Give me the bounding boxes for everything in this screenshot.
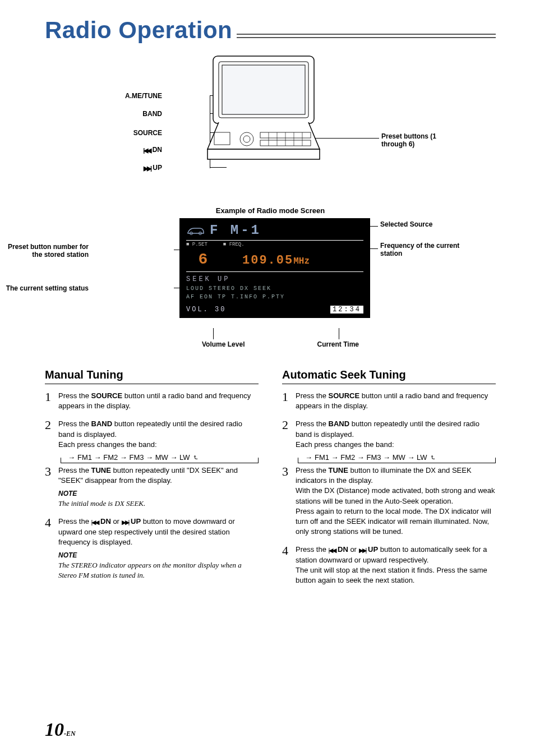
callout-volume: Volume Level (202, 340, 245, 348)
title-rule (237, 34, 496, 38)
label-up: ▶▶| UP (144, 164, 162, 172)
page-title-row: Radio Operation (45, 17, 496, 44)
frequency-value: 109.05 (242, 253, 293, 268)
callout-frequency: Frequency of the current station (380, 242, 481, 257)
prev-track-icon: |◀◀ (329, 546, 336, 555)
status-line-1: LOUD STEREO DX SEEK (186, 284, 363, 293)
status-line-2: AF EON TP T.INFO P.PTY (186, 293, 363, 301)
manual-step-1: 1 Press the SOURCE button until a radio … (45, 391, 259, 411)
label-ame-tune: A.ME/TUNE (125, 92, 162, 100)
note-text: The initial mode is DX SEEK. (58, 499, 259, 509)
svg-rect-3 (207, 149, 320, 159)
volume-value: VOL. 30 (186, 306, 226, 314)
manual-step-3: 3 Press the TUNE button repeatedly until… (45, 465, 259, 509)
screen-example: Preset button number for the stored stat… (45, 218, 496, 364)
note-label: NOTE (58, 551, 259, 560)
selected-source-value: F M-1 (210, 223, 363, 238)
next-track-icon: ▶▶| (144, 165, 151, 172)
car-icon (186, 225, 205, 236)
manual-step-4: 4 Press the |◀◀ DN or ▶▶| UP button to m… (45, 517, 259, 580)
next-track-icon: ▶▶| (122, 518, 129, 527)
seek-status: SEEK UP (186, 272, 363, 284)
svg-rect-2 (222, 65, 305, 114)
label-dn: |◀◀ DN (143, 146, 162, 154)
label-band: BAND (142, 110, 162, 118)
note-text: The STEREO indicator appears on the moni… (58, 560, 259, 580)
auto-step-3: 3 Press the TUNE button to illuminate th… (282, 465, 496, 537)
instruction-columns: Manual Tuning 1 Press the SOURCE button … (45, 368, 496, 593)
clock-value: 12:34 (330, 306, 363, 314)
next-track-icon: ▶▶| (359, 546, 366, 555)
device-illustration (202, 54, 325, 183)
manual-tuning-heading: Manual Tuning (45, 368, 259, 384)
band-cycle-box: → FM1 → FM2 → FM3 → MW → LW ⤶ (61, 458, 259, 463)
label-preset-buttons: Preset buttons (1 through 6) (381, 132, 454, 148)
page-title: Radio Operation (45, 17, 232, 44)
device-diagram: A.ME/TUNE BAND SOURCE |◀◀ DN ▶▶| UP Pres… (45, 54, 496, 194)
freq-label: FREQ. (223, 242, 245, 247)
auto-seek-heading: Automatic Seek Tuning (282, 368, 496, 384)
note-label: NOTE (58, 489, 259, 499)
callout-time: Current Time (317, 340, 359, 348)
prev-track-icon: |◀◀ (143, 147, 150, 154)
manual-tuning-section: Manual Tuning 1 Press the SOURCE button … (45, 368, 259, 593)
screen-caption: Example of Radio mode Screen (45, 206, 496, 215)
frequency-unit: MHz (293, 256, 310, 266)
auto-step-1: 1 Press the SOURCE button until a radio … (282, 391, 496, 411)
auto-step-4: 4 Press the |◀◀ DN or ▶▶| UP button to a… (282, 545, 496, 586)
auto-seek-section: Automatic Seek Tuning 1 Press the SOURCE… (282, 368, 496, 593)
manual-step-2: 2 Press the BAND button repeatedly until… (45, 419, 259, 450)
preset-number-value: 6 (186, 251, 220, 268)
lcd-screen: F M-1 P.SET FREQ. 6 109.05MHz SEEK UP LO… (179, 218, 370, 318)
callout-selected-source: Selected Source (380, 220, 432, 228)
pset-label: P.SET (186, 242, 207, 247)
label-source: SOURCE (133, 129, 162, 137)
page-number: 10-EN (45, 719, 76, 740)
callout-preset-number: Preset button number for the stored stat… (0, 243, 89, 259)
auto-step-2: 2 Press the BAND button repeatedly until… (282, 419, 496, 450)
prev-track-icon: |◀◀ (91, 518, 99, 527)
callout-status: The current setting status (0, 284, 89, 292)
band-cycle-box: → FM1 → FM2 → FM3 → MW → LW ⤶ (298, 458, 496, 463)
